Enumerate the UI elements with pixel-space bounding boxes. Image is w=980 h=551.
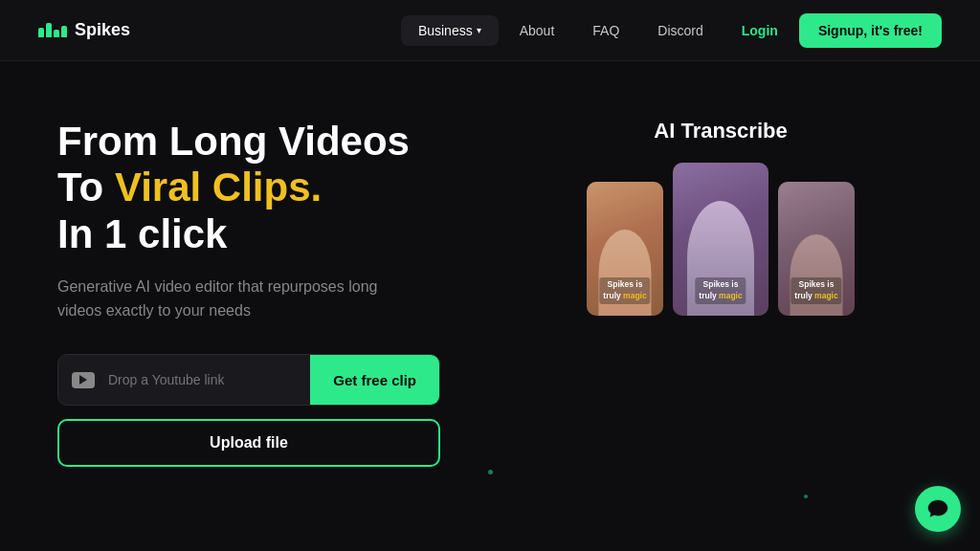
upload-file-button[interactable]: Upload file <box>57 419 440 467</box>
logo-icon <box>38 23 67 37</box>
youtube-input-row: Get free clip <box>57 354 440 406</box>
video-bg-3: Spikes is truly magic <box>778 182 855 316</box>
nav-discord[interactable]: Discord <box>640 15 720 46</box>
youtube-icon <box>72 372 95 388</box>
subtitle-1: Spikes is truly magic <box>599 277 650 304</box>
hero-line2: To Viral Clips. <box>57 165 461 210</box>
decorative-dot-1 <box>488 470 493 474</box>
nav-login[interactable]: Login <box>724 15 795 46</box>
hero-right: AI Transcribe Spikes is truly magic Spik <box>519 119 923 316</box>
video-card-1: Spikes is truly magic <box>587 182 663 316</box>
subtitle-3: Spikes is truly magic <box>791 277 841 304</box>
ai-transcribe-label: AI Transcribe <box>654 119 787 143</box>
nav-business[interactable]: Business ▾ <box>401 15 499 46</box>
youtube-link-input[interactable] <box>108 355 310 405</box>
chat-icon <box>927 499 948 518</box>
video-card-3: Spikes is truly magic <box>778 182 855 316</box>
video-bg-2: Spikes is truly magic <box>673 163 768 316</box>
hero-line1: From Long Videos <box>57 119 461 165</box>
brand-name: Spikes <box>75 20 130 40</box>
video-bg-1: Spikes is truly magic <box>587 182 663 316</box>
logo-bar-1 <box>38 28 44 37</box>
logo-bar-4 <box>61 26 67 37</box>
logo[interactable]: Spikes <box>38 20 130 40</box>
logo-bar-2 <box>46 23 52 37</box>
hero-line3: In 1 click <box>57 211 461 257</box>
nav-faq[interactable]: FAQ <box>575 15 636 46</box>
decorative-dot-2 <box>804 495 808 498</box>
nav-links: Business ▾ About FAQ Discord Login Signu… <box>401 13 942 48</box>
youtube-icon-wrap <box>58 355 108 405</box>
video-card-2: Spikes is truly magic <box>673 163 768 316</box>
chevron-down-icon: ▾ <box>477 25 481 35</box>
hero-left: From Long Videos To Viral Clips. In 1 cl… <box>57 119 461 467</box>
nav-signup-button[interactable]: Signup, it's free! <box>799 13 942 48</box>
video-cards: Spikes is truly magic Spikes is truly ma… <box>587 163 855 316</box>
main-content: From Long Videos To Viral Clips. In 1 cl… <box>0 61 980 505</box>
get-free-clip-button[interactable]: Get free clip <box>310 355 439 405</box>
subtitle-2: Spikes is truly magic <box>695 277 746 304</box>
chat-support-button[interactable] <box>915 486 961 532</box>
logo-bar-3 <box>54 30 59 37</box>
hero-description: Generative AI video editor that repurpos… <box>57 275 412 323</box>
hero-line2-highlight: Viral Clips. <box>115 165 322 209</box>
nav-about[interactable]: About <box>502 15 572 46</box>
navbar: Spikes Business ▾ About FAQ Discord Logi… <box>0 0 980 61</box>
hero-title: From Long Videos To Viral Clips. In 1 cl… <box>57 119 461 257</box>
